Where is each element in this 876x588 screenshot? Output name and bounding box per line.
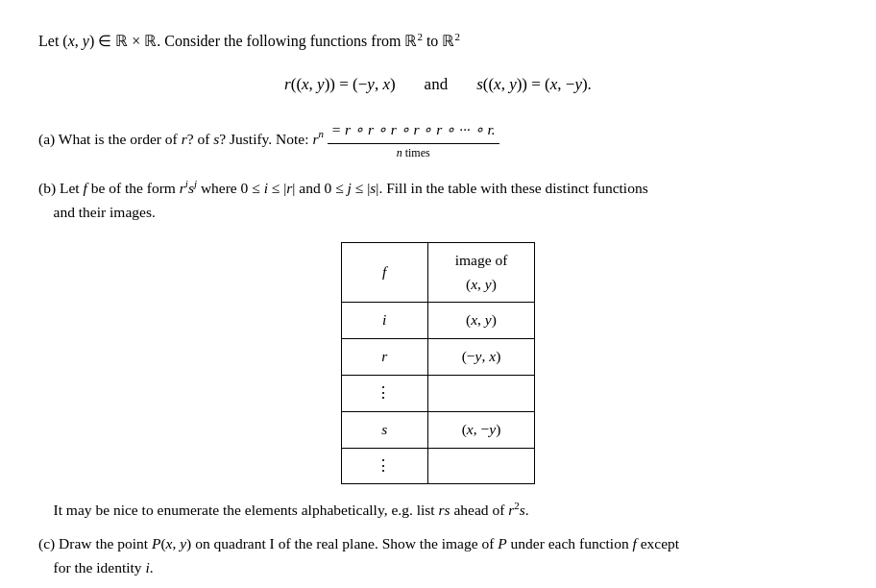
f-cell: s bbox=[341, 411, 427, 448]
f-cell-dots-2: ⋮ bbox=[341, 448, 427, 484]
part-a: (a) What is the order of r? of s? Justif… bbox=[38, 118, 838, 162]
enumerate-note: It may be nice to enumerate the elements… bbox=[38, 498, 838, 523]
table-row: r (−y, x) bbox=[341, 339, 535, 376]
part-a-label: (a) bbox=[38, 131, 55, 147]
image-cell-empty bbox=[427, 376, 535, 412]
part-b: (b) Let f be of the form risj where 0 ≤ … bbox=[38, 176, 838, 225]
part-b-label: (b) bbox=[38, 180, 56, 196]
part-c: (c) Draw the point P(x, y) on quadrant I… bbox=[38, 532, 838, 580]
image-cell: (−y, x) bbox=[427, 339, 535, 376]
eq-s: s((x, y)) = (x, −y). bbox=[476, 71, 592, 97]
table-row: s (x, −y) bbox=[341, 411, 535, 448]
image-table-wrapper: f image of(x, y) i (x, y) r (−y, x) ⋮ s bbox=[38, 242, 838, 485]
image-cell-empty-2 bbox=[427, 448, 535, 484]
image-cell: (x, y) bbox=[427, 303, 535, 339]
col-f-header: f bbox=[341, 242, 427, 303]
equations-line: r((x, y)) = (−y, x) and s((x, y)) = (x, … bbox=[38, 71, 838, 97]
image-cell: (x, −y) bbox=[427, 411, 535, 448]
and-word: and bbox=[425, 71, 449, 97]
f-cell: i bbox=[341, 303, 427, 339]
main-statement: Let (x, y) ∈ ℝ × ℝ. Consider the followi… bbox=[38, 29, 838, 54]
col-image-header: image of(x, y) bbox=[427, 242, 535, 303]
f-cell-dots: ⋮ bbox=[341, 376, 427, 412]
table-row-dots-1: ⋮ bbox=[341, 376, 535, 412]
part-c-label: (c) bbox=[38, 535, 55, 551]
table-row-dots-2: ⋮ bbox=[341, 448, 535, 484]
eq-r: r((x, y)) = (−y, x) bbox=[284, 71, 395, 97]
f-cell: r bbox=[341, 339, 427, 376]
rn-formula: = r ∘ r ∘ r ∘ r ∘ r ∘ ··· ∘ r. n times bbox=[328, 118, 499, 162]
image-table: f image of(x, y) i (x, y) r (−y, x) ⋮ s bbox=[341, 242, 536, 485]
table-row: i (x, y) bbox=[341, 303, 535, 339]
